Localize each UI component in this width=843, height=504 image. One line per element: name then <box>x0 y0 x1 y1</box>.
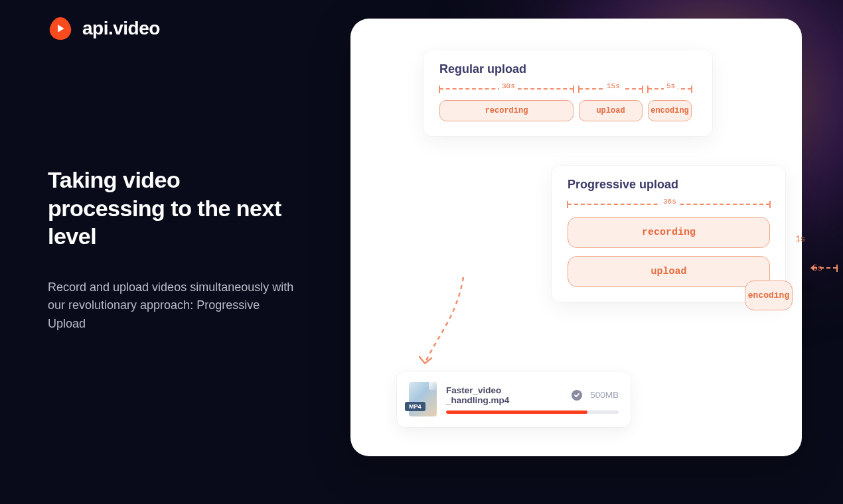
step-encoding: encoding <box>648 100 692 121</box>
diagram-card: Regular upload 30s 15s 5s recording uplo… <box>350 19 802 456</box>
step-recording-progressive: recording <box>568 217 770 248</box>
progressive-timeline: 36s <box>568 200 769 213</box>
step-upload: upload <box>579 100 643 121</box>
step-encoding-progressive: encoding <box>745 281 793 310</box>
verified-check-icon <box>572 390 582 401</box>
headline: Taking video processing to the next leve… <box>48 166 300 251</box>
step-recording: recording <box>439 100 574 121</box>
result-file-card: MP4 Faster_video _handling.mp4 500MB <box>397 371 631 427</box>
regular-upload-panel: Regular upload 30s 15s 5s recording uplo… <box>423 50 712 136</box>
offset-upload-label: 1s <box>796 235 805 244</box>
offset-encoding-label: 5s <box>813 264 822 273</box>
regular-timeline: 30s 15s 5s <box>439 84 696 96</box>
file-size: 500MB <box>590 390 619 400</box>
subheadline: Record and upload videos simultaneously … <box>48 279 300 334</box>
file-type-icon: MP4 <box>409 382 437 416</box>
brand-name: api.video <box>82 18 160 39</box>
file-name: Faster_video _handling.mp4 <box>446 385 566 405</box>
duration-recording: 30s <box>499 82 518 90</box>
duration-upload: 15s <box>604 82 623 90</box>
regular-steps: recording upload encoding <box>439 100 696 121</box>
logo-mark-icon <box>48 16 73 41</box>
file-badge: MP4 <box>405 402 425 411</box>
duration-total: 36s <box>660 198 679 206</box>
hero-copy: Taking video processing to the next leve… <box>48 166 300 334</box>
brand-logo: api.video <box>48 16 160 41</box>
regular-upload-title: Regular upload <box>439 62 696 76</box>
progressive-upload-title: Progressive upload <box>568 178 769 192</box>
upload-progress-fill <box>446 410 587 414</box>
offset-encoding-dash <box>813 267 837 269</box>
duration-encoding: 5s <box>664 82 678 90</box>
step-upload-progressive: upload <box>568 256 770 287</box>
flow-arrow-icon <box>410 271 477 377</box>
upload-progress-track <box>446 410 619 414</box>
